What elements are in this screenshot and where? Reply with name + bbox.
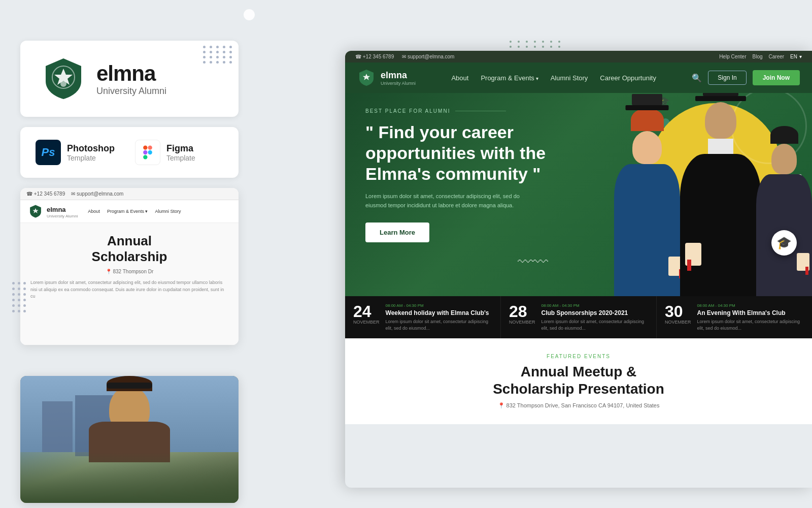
event-1-date: 24 November	[353, 303, 380, 325]
nav-link-alumni[interactable]: Alumni Story	[551, 74, 588, 82]
hero-title: " Find your career opportunities with th…	[365, 122, 579, 184]
navbar-logo: elmna University Alumni	[357, 69, 416, 87]
template-section: Ps Photoshop Template Figma Template	[20, 127, 239, 178]
person-photo	[20, 376, 239, 503]
nav-link-career[interactable]: Career Oppurtunity	[600, 74, 656, 82]
signin-button[interactable]: Sign In	[708, 71, 746, 85]
help-center-link[interactable]: Help Center	[719, 54, 746, 59]
hero-section: BEST PLACE FOR ALUMNI " Find your career…	[345, 93, 812, 296]
event-3-date: 30 November	[665, 303, 691, 325]
grad-person-1	[680, 96, 761, 296]
language-selector[interactable]: EN ▾	[790, 54, 802, 59]
featured-location: 📍 832 Thompson Drive, San Francisco CA 9…	[365, 402, 792, 409]
event-3-info: 08:00 AM - 04:30 PM An Evening With Elmn…	[697, 303, 804, 331]
preview-event-title: Annual Scholarship	[30, 233, 228, 265]
nav-alumni[interactable]: Alumni Story	[155, 209, 181, 214]
logo-text-block: elmna University Alumni	[96, 61, 166, 97]
navbar-links: About Program & Events Alumni Story Care…	[451, 74, 656, 82]
grad-person-2	[614, 108, 680, 296]
preview-logo: elmna University Alumni	[28, 204, 78, 218]
blog-link[interactable]: Blog	[753, 54, 763, 59]
wave-decoration: 〰〰	[518, 253, 548, 271]
svg-point-6	[148, 150, 152, 154]
utility-bar: ☎ +12 345 6789 ✉ support@elmna.com Help …	[345, 51, 812, 62]
preview-location: 📍 832 Thompson Dr	[30, 269, 228, 274]
grad-person-3	[756, 126, 812, 296]
event-2-date: 28 November	[509, 303, 535, 325]
main-navbar: elmna University Alumni About Program & …	[345, 62, 812, 93]
hero-description: Lorem ipsum dolor sit amet, consectetur …	[365, 192, 528, 210]
figma-label: Figma Template	[166, 143, 195, 162]
diploma-float-badge: 🎓	[771, 230, 797, 256]
nav-about[interactable]: About	[88, 209, 100, 214]
featured-section: FEATURED EVENTS Annual Meetup & Scholars…	[345, 338, 812, 424]
photoshop-template: Ps Photoshop Template	[36, 140, 115, 165]
preview-topbar: ☎ +12 345 6789 ✉ support@elmna.com	[20, 188, 239, 200]
navbar-logo-icon	[357, 69, 376, 87]
svg-rect-2	[143, 145, 147, 149]
navbar-actions: 🔍 Sign In Join Now	[692, 70, 800, 85]
nav-link-programs[interactable]: Program & Events	[481, 74, 538, 82]
ps-label: Photoshop Template	[67, 143, 115, 162]
brand-tagline: University Alumni	[96, 86, 166, 97]
nav-link-about[interactable]: About	[451, 74, 468, 82]
hero-badge-line	[455, 111, 506, 111]
svg-point-1	[60, 81, 66, 87]
photoshop-icon: Ps	[36, 140, 61, 165]
logo-shield-icon	[41, 56, 86, 102]
events-bar: 24 November 08:00 AM - 04:30 PM Weekend …	[345, 296, 812, 338]
learn-more-button[interactable]: Learn More	[365, 223, 429, 242]
figma-template: Figma Template	[135, 140, 195, 165]
preview-nav: elmna University Alumni About Program & …	[20, 200, 239, 223]
nav-programs[interactable]: Program & Events	[107, 209, 148, 214]
event-item-1: 24 November 08:00 AM - 04:30 PM Weekend …	[345, 296, 501, 338]
preview-browser-card: ☎ +12 345 6789 ✉ support@elmna.com elmna…	[20, 188, 239, 345]
utility-bar-left: ☎ +12 345 6789 ✉ support@elmna.com	[355, 54, 454, 59]
event-item-3: 30 November 08:00 AM - 04:30 PM An Eveni…	[657, 296, 812, 338]
dot-pattern-decoration	[203, 46, 233, 64]
preview-content: Annual Scholarship 📍 832 Thompson Dr Lor…	[20, 223, 239, 345]
preview-phone: ☎ +12 345 6789	[26, 191, 65, 197]
search-icon[interactable]: 🔍	[692, 73, 702, 83]
utility-phone: ☎ +12 345 6789	[355, 54, 394, 59]
svg-rect-5	[143, 155, 147, 159]
join-button[interactable]: Join Now	[753, 70, 800, 85]
main-browser: ☎ +12 345 6789 ✉ support@elmna.com Help …	[345, 51, 812, 488]
svg-rect-4	[143, 150, 147, 154]
featured-title: Annual Meetup & Scholarship Presentation	[365, 363, 792, 397]
featured-label: FEATURED EVENTS	[365, 354, 792, 359]
utility-email: ✉ support@elmna.com	[402, 54, 454, 59]
left-dot-pattern	[12, 282, 26, 312]
career-link[interactable]: Career	[769, 54, 785, 59]
preview-nav-links: About Program & Events Alumni Story	[88, 209, 181, 214]
event-item-2: 28 November 08:00 AM - 04:30 PM Club Spo…	[501, 296, 657, 338]
left-panel: elmna University Alumni Ps Photoshop Tem…	[20, 41, 239, 188]
event-2-info: 08:00 AM - 04:30 PM Club Sponsorships 20…	[542, 303, 648, 331]
brand-name: elmna	[96, 61, 166, 86]
preview-email: ✉ support@elmna.com	[71, 191, 123, 197]
graduate-illustration: 🎓	[568, 93, 812, 296]
event-1-info: 08:00 AM - 04:30 PM Weekend holiday with…	[386, 303, 492, 331]
utility-bar-right: Help Center Blog Career EN ▾	[719, 54, 802, 59]
figma-icon	[135, 140, 160, 165]
svg-rect-3	[148, 145, 152, 149]
logo-section: elmna University Alumni	[20, 41, 239, 117]
white-circle-top	[244, 9, 255, 20]
preview-desc: Lorem ipsum dolor sit amet, consectetur …	[30, 279, 228, 300]
